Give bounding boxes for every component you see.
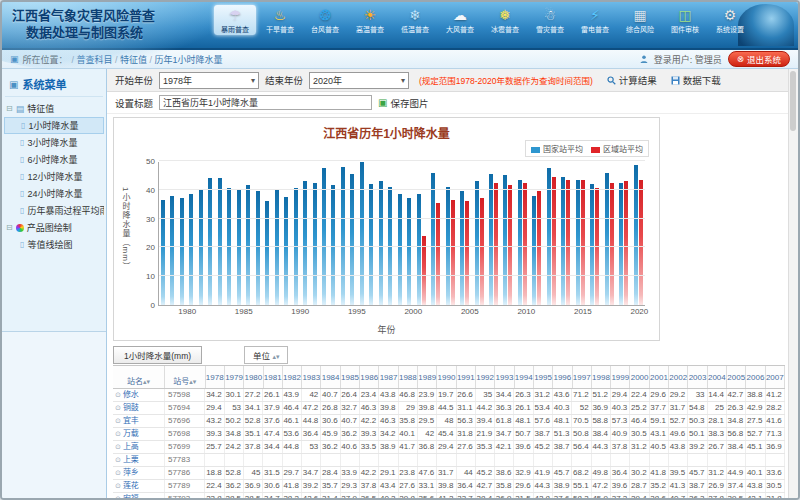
sidebar-item-1-0[interactable]: ▯等值线绘图: [4, 236, 104, 253]
station-id-cell: 57598: [165, 389, 205, 401]
radio-icon[interactable]: ⊙: [115, 391, 121, 398]
year-column-header-1997: 1997: [573, 366, 592, 388]
station-name-cell[interactable]: ⊙万载: [113, 428, 165, 440]
nav-item-5[interactable]: ☁大风普查: [439, 5, 481, 35]
sidebar: ▣ 系统菜单 ⊟▤特征值▯1小时降水量▯3小时降水量▯6小时降水量▯12小时降水…: [2, 69, 107, 500]
value-cell: 48: [437, 415, 456, 427]
nav-item-2[interactable]: ❂台风普查: [304, 5, 346, 35]
table-row-7: ⊙莲花5778922.436.236.930.641.839.235.729.3…: [113, 480, 785, 493]
value-cell: 26.6: [457, 389, 476, 401]
calculate-button[interactable]: 计算结果: [607, 73, 657, 87]
sidebar-item-0-3[interactable]: ▯12小时降水量: [4, 168, 104, 185]
nav-item-4[interactable]: ❄低温普查: [394, 5, 436, 35]
end-year-select[interactable]: 2020年▾: [309, 72, 409, 89]
station-name-cell[interactable]: ⊙安福: [113, 493, 165, 498]
nav-item-0[interactable]: ☂暴雨普查: [214, 5, 256, 35]
value-cell: 41.2: [766, 389, 785, 401]
sidebar-group-1[interactable]: ⊟产品图绘制: [4, 219, 104, 236]
sidebar-item-label: 12小时降水量: [27, 170, 82, 183]
logout-button[interactable]: ⊗ 退出系统: [728, 51, 790, 67]
value-cell: 34.2: [205, 389, 224, 401]
station-id-column-header[interactable]: 站号 ▴▾: [165, 366, 206, 388]
nav-item-3[interactable]: ☀高温普查: [349, 5, 391, 35]
sidebar-tree: ⊟▤特征值▯1小时降水量▯3小时降水量▯6小时降水量▯12小时降水量▯24小时降…: [2, 97, 106, 256]
table-body: ⊙修水5759834.230.127.226.143.94240.726.423…: [113, 389, 785, 498]
value-cell: 31.7: [669, 402, 688, 414]
station-name-cell[interactable]: ⊙修水: [113, 389, 165, 401]
download-button[interactable]: 数据下载: [671, 73, 721, 87]
station-id-cell: 57783: [165, 454, 205, 466]
station-column-header[interactable]: 站名 ▴▾: [113, 366, 165, 388]
data-table: 1小时降水量(mm) 单位 ▴▾ 站名 ▴▾站号 ▴▾1978197919801…: [113, 345, 785, 500]
value-cell: 30.1: [225, 389, 244, 401]
station-name-cell[interactable]: ⊙莲花: [113, 480, 165, 492]
bar-national-2011: [503, 175, 507, 305]
value-cell: 56.4: [572, 441, 591, 453]
sidebar-item-0-1[interactable]: ▯3小时降水量: [4, 134, 104, 151]
radio-icon[interactable]: ⊙: [115, 482, 121, 489]
radio-icon[interactable]: ⊙: [115, 404, 121, 411]
bar-national-2008: [460, 191, 464, 305]
radio-icon[interactable]: ⊙: [115, 456, 121, 463]
save-image-button[interactable]: ▣ 保存图片: [378, 96, 428, 110]
radio-icon[interactable]: ⊙: [115, 443, 121, 450]
nav-item-11[interactable]: ⚙系统设置: [709, 5, 751, 35]
value-cell: 70.5: [572, 415, 591, 427]
value-cell: 71.3: [766, 428, 785, 440]
value-cell: 46.3: [379, 415, 398, 427]
value-cell: 36.2: [321, 441, 340, 453]
value-cell: 28.7: [630, 480, 649, 492]
value-cell: 38.7: [534, 428, 553, 440]
start-year-select[interactable]: 1978年▾: [159, 72, 259, 89]
unit-filter-button[interactable]: 单位 ▴▾: [244, 346, 288, 364]
chart-title-input[interactable]: [159, 95, 372, 110]
nav-item-6[interactable]: ❅冰雹普查: [484, 5, 526, 35]
tree-toggle-icon[interactable]: ⊟: [6, 104, 13, 113]
bar-group-1993: [303, 162, 307, 305]
radio-icon[interactable]: ⊙: [115, 430, 121, 437]
sidebar-group-0[interactable]: ⊟▤特征值: [4, 100, 104, 117]
bar-national-2017: [590, 184, 594, 305]
value-cell: 44.8: [283, 441, 302, 453]
year-column-header-1993: 1993: [495, 366, 514, 388]
station-id-cell: 57696: [165, 415, 205, 427]
year-column-header-1994: 1994: [515, 366, 534, 388]
nav-item-1[interactable]: ♨干旱普查: [259, 5, 301, 35]
radio-icon[interactable]: ⊙: [115, 495, 121, 498]
station-name-cell[interactable]: ⊙铜鼓: [113, 402, 165, 414]
station-name-cell[interactable]: ⊙萍乡: [113, 467, 165, 479]
app-header: 江西省气象灾害风险普查 数据处理与制图系统 ☂暴雨普查♨干旱普查❂台风普查☀高温…: [2, 2, 798, 50]
value-cell: 23.9: [418, 389, 437, 401]
value-cell: 26.8: [321, 402, 340, 414]
nav-item-8[interactable]: ⚡雷电普查: [574, 5, 616, 35]
bar-national-1986: [237, 190, 241, 305]
main-area: 开始年份 1978年▾ 结束年份 2020年▾ (规定范围1978-2020年数…: [107, 69, 798, 500]
page-icon: ▯: [20, 206, 24, 215]
nav-item-7[interactable]: ☃雪灾普查: [529, 5, 571, 35]
station-name-cell[interactable]: ⊙上高: [113, 441, 165, 453]
sidebar-item-0-5[interactable]: ▯历年暴雨过程平均雨量: [4, 202, 104, 219]
value-cell: [263, 454, 282, 466]
sidebar-item-0-2[interactable]: ▯6小时降水量: [4, 151, 104, 168]
table-row-6: ⊙萍乡5778618.852.84531.529.734.728.433.942…: [113, 467, 785, 480]
value-cell: 32.9: [514, 467, 533, 479]
bar-regional-2018: [610, 183, 614, 305]
radio-icon[interactable]: ⊙: [115, 469, 121, 476]
sidebar-item-0-4[interactable]: ▯24小时降水量: [4, 185, 104, 202]
tree-toggle-icon[interactable]: ⊟: [6, 223, 13, 232]
station-name-cell[interactable]: ⊙上栗: [113, 454, 165, 466]
bar-regional-2019: [624, 181, 628, 305]
radio-icon[interactable]: ⊙: [115, 417, 121, 424]
station-name-cell[interactable]: ⊙宜丰: [113, 415, 165, 427]
nav-item-10[interactable]: ◫图件审核: [664, 5, 706, 35]
bar-national-2020: [634, 165, 638, 305]
vertical-scrollbar[interactable]: [788, 69, 798, 500]
nav-item-9[interactable]: ▦综合风险: [619, 5, 661, 35]
sidebar-item-0-0[interactable]: ▯1小时降水量: [4, 117, 104, 134]
measure-button[interactable]: 1小时降水量(mm): [113, 346, 202, 364]
bar-national-2001: [379, 181, 383, 305]
year-column-header-1981: 1981: [264, 366, 283, 388]
bar-national-1994: [313, 183, 317, 305]
bar-group-2019: [619, 162, 628, 305]
value-cell: 34.8: [727, 415, 746, 427]
